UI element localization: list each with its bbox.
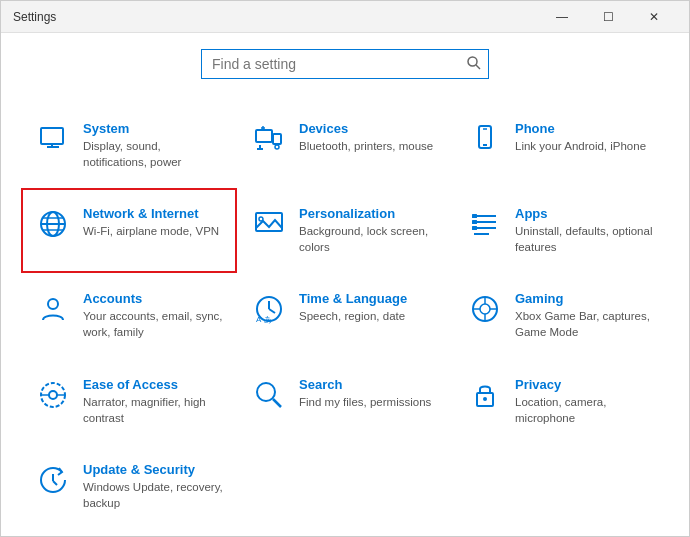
apps-desc: Uninstall, defaults, optional features xyxy=(515,223,655,255)
system-title: System xyxy=(83,121,223,136)
grid-item-update[interactable]: Update & SecurityWindows Update, recover… xyxy=(21,444,237,529)
personalization-desc: Background, lock screen, colors xyxy=(299,223,439,255)
ease-desc: Narrator, magnifier, high contrast xyxy=(83,394,223,426)
network-title: Network & Internet xyxy=(83,206,219,221)
search-icon xyxy=(467,56,481,70)
svg-rect-28 xyxy=(472,226,477,230)
minimize-button[interactable]: — xyxy=(539,1,585,33)
devices-title: Devices xyxy=(299,121,433,136)
accounts-desc: Your accounts, email, sync, work, family xyxy=(83,308,223,340)
grid-item-ease[interactable]: Ease of AccessNarrator, magnifier, high … xyxy=(21,359,237,444)
ease-title: Ease of Access xyxy=(83,377,223,392)
grid-item-privacy[interactable]: PrivacyLocation, camera, microphone xyxy=(453,359,669,444)
phone-title: Phone xyxy=(515,121,646,136)
network-desc: Wi-Fi, airplane mode, VPN xyxy=(83,223,219,239)
apps-title: Apps xyxy=(515,206,655,221)
settings-grid-area: SystemDisplay, sound, notifications, pow… xyxy=(1,95,689,536)
devices-icon xyxy=(251,121,287,157)
search-area xyxy=(1,33,689,95)
network-icon xyxy=(35,206,71,242)
phone-icon xyxy=(467,121,503,157)
grid-item-personalization[interactable]: PersonalizationBackground, lock screen, … xyxy=(237,188,453,273)
privacy-desc: Location, camera, microphone xyxy=(515,394,655,426)
grid-item-devices[interactable]: DevicesBluetooth, printers, mouse xyxy=(237,103,453,188)
svg-line-1 xyxy=(476,65,480,69)
svg-point-9 xyxy=(275,145,279,149)
grid-item-accounts[interactable]: AccountsYour accounts, email, sync, work… xyxy=(21,273,237,358)
grid-item-phone[interactable]: PhoneLink your Android, iPhone xyxy=(453,103,669,188)
settings-window: Settings — ☐ ✕ SystemDisplay, sound, not… xyxy=(0,0,690,537)
time-title: Time & Language xyxy=(299,291,407,306)
search-title: Search xyxy=(299,377,431,392)
search-desc: Find my files, permissions xyxy=(299,394,431,410)
grid-item-apps[interactable]: AppsUninstall, defaults, optional featur… xyxy=(453,188,669,273)
accounts-icon xyxy=(35,291,71,327)
svg-point-0 xyxy=(468,57,477,66)
svg-point-42 xyxy=(49,391,57,399)
grid-item-network[interactable]: Network & InternetWi-Fi, airplane mode, … xyxy=(21,188,237,273)
update-icon xyxy=(35,462,71,498)
window-controls: — ☐ ✕ xyxy=(539,1,677,33)
grid-item-system[interactable]: SystemDisplay, sound, notifications, pow… xyxy=(21,103,237,188)
svg-rect-2 xyxy=(41,128,63,144)
personalization-icon xyxy=(251,206,287,242)
svg-rect-26 xyxy=(472,214,477,218)
accounts-title: Accounts xyxy=(83,291,223,306)
search-input[interactable] xyxy=(201,49,489,79)
time-icon: A あ xyxy=(251,291,287,327)
gaming-title: Gaming xyxy=(515,291,655,306)
privacy-title: Privacy xyxy=(515,377,655,392)
svg-text:A: A xyxy=(256,315,262,324)
svg-point-21 xyxy=(259,217,263,221)
ease-icon xyxy=(35,377,71,413)
svg-line-32 xyxy=(269,309,275,313)
apps-icon xyxy=(467,206,503,242)
grid-item-search[interactable]: SearchFind my files, permissions xyxy=(237,359,453,444)
settings-grid: SystemDisplay, sound, notifications, pow… xyxy=(21,103,669,529)
update-title: Update & Security xyxy=(83,462,223,477)
svg-rect-27 xyxy=(472,220,477,224)
svg-rect-6 xyxy=(273,134,281,144)
gaming-icon xyxy=(467,291,503,327)
time-desc: Speech, region, date xyxy=(299,308,407,324)
search-icon-button[interactable] xyxy=(467,56,481,73)
personalization-title: Personalization xyxy=(299,206,439,221)
svg-line-50 xyxy=(53,481,57,485)
search-wrapper xyxy=(201,49,489,79)
svg-point-29 xyxy=(48,299,58,309)
search-icon xyxy=(251,377,287,413)
svg-point-45 xyxy=(257,383,275,401)
privacy-icon xyxy=(467,377,503,413)
svg-text:あ: あ xyxy=(264,315,272,324)
devices-desc: Bluetooth, printers, mouse xyxy=(299,138,433,154)
maximize-button[interactable]: ☐ xyxy=(585,1,631,33)
grid-item-gaming[interactable]: GamingXbox Game Bar, captures, Game Mode xyxy=(453,273,669,358)
update-desc: Windows Update, recovery, backup xyxy=(83,479,223,511)
svg-point-48 xyxy=(483,397,487,401)
system-icon xyxy=(35,121,71,157)
title-bar: Settings — ☐ ✕ xyxy=(1,1,689,33)
system-desc: Display, sound, notifications, power xyxy=(83,138,223,170)
phone-desc: Link your Android, iPhone xyxy=(515,138,646,154)
window-title: Settings xyxy=(13,10,539,24)
gaming-desc: Xbox Game Bar, captures, Game Mode xyxy=(515,308,655,340)
close-button[interactable]: ✕ xyxy=(631,1,677,33)
svg-point-36 xyxy=(480,304,490,314)
svg-rect-5 xyxy=(256,130,272,142)
svg-line-46 xyxy=(273,399,281,407)
grid-item-time[interactable]: A あ Time & LanguageSpeech, region, date xyxy=(237,273,453,358)
